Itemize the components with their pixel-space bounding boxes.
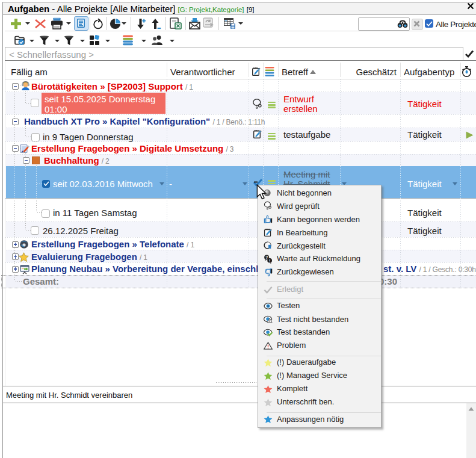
svg-text:!: ! <box>269 259 270 263</box>
svg-text:?: ? <box>265 255 268 259</box>
